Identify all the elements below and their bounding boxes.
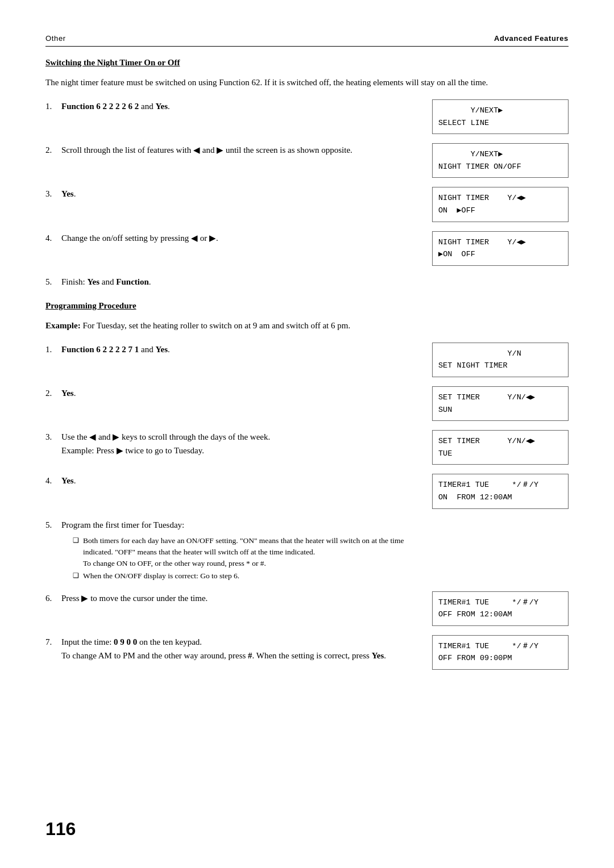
bullet-2: When the ON/OFF display is correct: Go t…	[73, 570, 421, 582]
s2-step-5-number: 5.	[45, 518, 61, 532]
s2-step-2: 2. Yes. SET TIMER Y/N/◀▶ SUN	[45, 386, 569, 424]
s2-step-6-number: 6.	[45, 591, 61, 605]
s2-step-3-number: 3.	[45, 430, 61, 444]
step-4-display: NIGHT TIMER Y/◀▶ ▶ON OFF	[432, 231, 569, 269]
example-bold: Example:	[45, 321, 81, 330]
s2-step-6: 6. Press ▶ to move the cursor under the …	[45, 591, 569, 629]
s2-display-box-7: TIMER#1 TUE */＃/Y OFF FROM 09:00PM	[432, 635, 569, 670]
s2-step-6-text: Press ▶ to move the cursor under the tim…	[61, 591, 432, 605]
s2-display-box-2: SET TIMER Y/N/◀▶ SUN	[432, 386, 569, 421]
display-text-2: Y/NEXT▶ NIGHT TIMER ON/OFF	[438, 148, 562, 173]
bullet-1: Both timers for each day have an ON/OFF …	[73, 535, 421, 570]
step-2-number: 2.	[45, 143, 61, 157]
page-header: Other Advanced Features	[45, 34, 569, 47]
s2-display-box-6: TIMER#1 TUE */＃/Y OFF FROM 12:00AM	[432, 591, 569, 626]
display-box-4: NIGHT TIMER Y/◀▶ ▶ON OFF	[432, 231, 569, 266]
s2-step-7-yes: Yes	[372, 651, 384, 660]
step-4: 4. Change the on/off setting by pressing…	[45, 231, 569, 269]
s2-step-2-text: Yes.	[61, 386, 432, 400]
step-3-number: 3.	[45, 187, 61, 201]
s2-step-5-text: Program the first timer for Tuesday: Bot…	[61, 518, 432, 586]
step-1-bold: Function 6 2 2 2 2 6 2	[61, 102, 139, 111]
s2-step-4-display: TIMER#1 TUE */＃/Y ON FROM 12:00AM	[432, 474, 569, 512]
s2-step-1-bold: Function 6 2 2 2 2 7 1	[61, 345, 139, 354]
display-text-3: NIGHT TIMER Y/◀▶ ON ▶OFF	[438, 192, 562, 216]
s2-display-box-1: Y/N SET NIGHT TIMER	[432, 343, 569, 377]
section2-title: Programming Procedure	[45, 301, 569, 311]
step-4-text: Change the on/off setting by pressing ◀ …	[61, 231, 432, 245]
s2-display-box-3: SET TIMER Y/N/◀▶ TUE	[432, 430, 569, 465]
s2-step-2-bold: Yes	[61, 389, 74, 398]
step-5-function: Function	[116, 277, 149, 286]
display-text-1: Y/NEXT▶ SELECT LINE	[438, 105, 562, 129]
step-5-yes: Yes	[87, 277, 99, 286]
step-3-text: Yes.	[61, 187, 432, 201]
s2-step-2-number: 2.	[45, 386, 61, 400]
s2-step-1-yes: Yes	[155, 345, 168, 354]
example-text: For Tuesday, set the heating roller to s…	[82, 321, 350, 330]
section1-intro: The night timer feature must be switched…	[45, 76, 569, 89]
s2-step-4: 4. Yes. TIMER#1 TUE */＃/Y ON FROM 12:00A…	[45, 474, 569, 512]
step-4-number: 4.	[45, 231, 61, 245]
step-5-number: 5.	[45, 275, 61, 289]
display-box-2: Y/NEXT▶ NIGHT TIMER ON/OFF	[432, 143, 569, 178]
s2-step-3: 3. Use the ◀ and ▶ keys to scroll throug…	[45, 430, 569, 468]
step-3-display: NIGHT TIMER Y/◀▶ ON ▶OFF	[432, 187, 569, 225]
header-left: Other	[45, 34, 66, 43]
page-number: 116	[45, 819, 76, 840]
step-1: 1. Function 6 2 2 2 2 6 2 and Yes. Y/NEX…	[45, 99, 569, 137]
s2-step-7-bold: 0 9 0 0	[114, 637, 137, 646]
step-1-display: Y/NEXT▶ SELECT LINE	[432, 99, 569, 137]
step-1-number: 1.	[45, 99, 61, 113]
s2-step-7-text: Input the time: 0 9 0 0 on the ten keypa…	[61, 635, 432, 662]
step-5-bullets: Both timers for each day have an ON/OFF …	[73, 535, 421, 582]
s2-step-7: 7. Input the time: 0 9 0 0 on the ten ke…	[45, 635, 569, 673]
section2-example: Example: For Tuesday, set the heating ro…	[45, 319, 569, 332]
s2-step-4-text: Yes.	[61, 474, 432, 487]
s2-step-1-text: Function 6 2 2 2 2 7 1 and Yes.	[61, 343, 432, 356]
step-2-text: Scroll through the list of features with…	[61, 143, 432, 157]
step-5: 5. Finish: Yes and Function.	[45, 275, 569, 289]
step-3: 3. Yes. NIGHT TIMER Y/◀▶ ON ▶OFF	[45, 187, 569, 225]
step-1-yes: Yes	[155, 102, 168, 111]
s2-step-1-number: 1.	[45, 343, 61, 356]
s2-display-box-4: TIMER#1 TUE */＃/Y ON FROM 12:00AM	[432, 474, 569, 508]
s2-step-7-hash: #	[248, 651, 252, 660]
s2-step-7-display: TIMER#1 TUE */＃/Y OFF FROM 09:00PM	[432, 635, 569, 673]
s2-step-1-display: Y/N SET NIGHT TIMER	[432, 343, 569, 381]
s2-display-text-4: TIMER#1 TUE */＃/Y ON FROM 12:00AM	[438, 479, 562, 503]
step-3-bold: Yes	[61, 189, 74, 198]
step-5-text: Finish: Yes and Function.	[61, 275, 432, 289]
s2-display-text-7: TIMER#1 TUE */＃/Y OFF FROM 09:00PM	[438, 640, 562, 665]
step-1-text: Function 6 2 2 2 2 6 2 and Yes.	[61, 99, 432, 113]
s2-display-text-2: SET TIMER Y/N/◀▶ SUN	[438, 391, 562, 416]
display-text-4: NIGHT TIMER Y/◀▶ ▶ON OFF	[438, 236, 562, 261]
s2-step-3-display: SET TIMER Y/N/◀▶ TUE	[432, 430, 569, 468]
display-box-1: Y/NEXT▶ SELECT LINE	[432, 99, 569, 134]
s2-step-4-number: 4.	[45, 474, 61, 487]
step-2-display: Y/NEXT▶ NIGHT TIMER ON/OFF	[432, 143, 569, 181]
s2-step-5: 5. Program the first timer for Tuesday: …	[45, 518, 569, 586]
s2-step-3-text: Use the ◀ and ▶ keys to scroll through t…	[61, 430, 432, 457]
s2-step-7-number: 7.	[45, 635, 61, 649]
page: Other Advanced Features Switching the Ni…	[0, 0, 614, 868]
s2-step-2-display: SET TIMER Y/N/◀▶ SUN	[432, 386, 569, 424]
s2-display-text-6: TIMER#1 TUE */＃/Y OFF FROM 12:00AM	[438, 596, 562, 621]
s2-step-1: 1. Function 6 2 2 2 2 7 1 and Yes. Y/N S…	[45, 343, 569, 381]
step-2: 2. Scroll through the list of features w…	[45, 143, 569, 181]
header-right: Advanced Features	[494, 34, 569, 43]
display-box-3: NIGHT TIMER Y/◀▶ ON ▶OFF	[432, 187, 569, 222]
s2-display-text-1: Y/N SET NIGHT TIMER	[438, 348, 562, 372]
section1-title: Switching the Night Timer On or Off	[45, 58, 569, 68]
s2-step-6-display: TIMER#1 TUE */＃/Y OFF FROM 12:00AM	[432, 591, 569, 629]
s2-step-4-bold: Yes	[61, 476, 74, 485]
s2-display-text-3: SET TIMER Y/N/◀▶ TUE	[438, 435, 562, 460]
